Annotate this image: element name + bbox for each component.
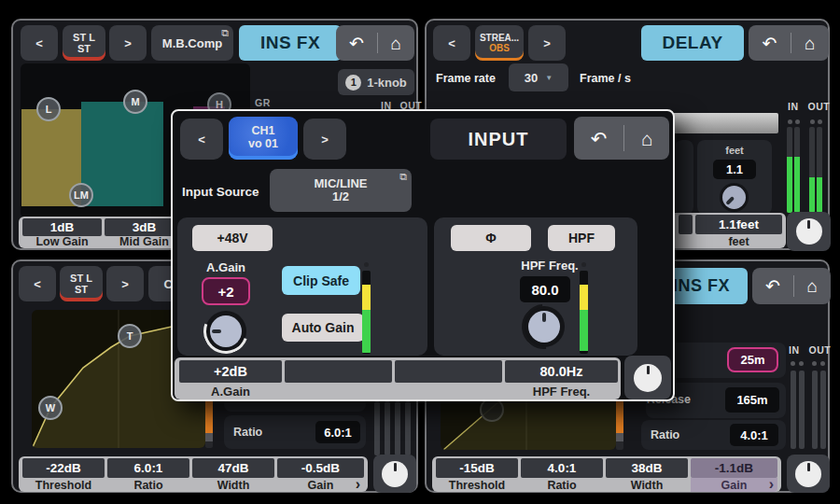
in-meter-r <box>794 127 800 213</box>
threshold-value[interactable]: -22dB <box>22 458 105 478</box>
input-dialog: < CH1 vo 01 > INPUT ↶ ⌂ Input Source MIC… <box>171 109 675 401</box>
delay-unit-box-partial <box>675 140 693 215</box>
more-params-chevron-icon[interactable]: › <box>769 476 774 493</box>
delay-value[interactable]: 1.1feet <box>695 215 782 234</box>
home-icon[interactable]: ⌂ <box>391 35 401 52</box>
next-channel-button[interactable]: > <box>106 266 144 301</box>
width-value[interactable]: 47dB <box>192 458 274 478</box>
more-params-chevron-icon[interactable]: › <box>356 476 360 493</box>
undo-icon[interactable]: ↶ <box>765 277 780 295</box>
meter-track <box>395 401 400 455</box>
mid-band[interactable] <box>81 102 163 206</box>
meter-peak-dot <box>795 119 800 124</box>
clip-safe-button[interactable]: Clip Safe <box>282 266 360 295</box>
in-out-labels: IN OUT <box>789 344 831 356</box>
input-source-button[interactable]: MIC/LINE 1/2 ⧉ <box>270 169 412 212</box>
prev-channel-button[interactable]: < <box>180 119 223 160</box>
gain-value-selected[interactable]: -1.1dB <box>691 458 777 478</box>
again-footer-value[interactable]: +2dB <box>179 360 282 383</box>
hpf-freq-value[interactable]: 80.0 <box>520 276 570 302</box>
again-value[interactable]: +2 <box>202 277 250 305</box>
channel-name-line1: CH1 <box>251 125 274 138</box>
meter-peak-dot <box>799 361 804 366</box>
phantom-48v-button[interactable]: +48V <box>192 225 273 251</box>
feet-knob[interactable] <box>720 183 749 212</box>
frame-rate-label: Frame rate <box>436 72 496 85</box>
knob-icon <box>796 218 822 245</box>
meter-peak-dot <box>810 119 815 124</box>
hpf-footer-value[interactable]: 80.0Hz <box>505 360 618 383</box>
auto-gain-button[interactable]: Auto Gain <box>282 314 364 342</box>
feet-value[interactable]: 1.1 <box>713 160 756 179</box>
gain-value[interactable]: -0.5dB <box>277 458 364 478</box>
divider <box>377 33 378 54</box>
frame-unit-label: Frame / s <box>580 72 631 85</box>
in-meter-track <box>799 371 805 449</box>
dialog-title: INPUT <box>430 119 567 160</box>
ratio-value[interactable]: 4.0:1 <box>521 458 603 478</box>
ratio-value[interactable]: 6.0:1 <box>107 458 189 478</box>
phase-hpf-section: Φ HPF HPF Freq. 80.0 <box>434 217 637 356</box>
home-icon[interactable]: ⌂ <box>805 35 815 52</box>
hpf-freq-knob[interactable] <box>524 306 565 347</box>
next-channel-button[interactable]: > <box>303 119 346 160</box>
ratio-row-value[interactable]: 4.0:1 <box>730 424 778 446</box>
undo-icon[interactable]: ↶ <box>349 35 364 52</box>
release-value[interactable]: 165m <box>725 387 779 413</box>
ratio-row-label: Ratio <box>233 426 262 439</box>
frame-rate-value: 30 <box>525 71 538 85</box>
undo-icon[interactable]: ↶ <box>762 35 777 52</box>
out-meter-track <box>812 371 818 449</box>
threshold-value[interactable]: -15dB <box>436 458 518 478</box>
undo-home-group: ↶ ⌂ <box>749 25 829 61</box>
ratio-row-value[interactable]: 6.0:1 <box>315 421 360 443</box>
phase-button[interactable]: Φ <box>451 225 531 251</box>
undo-home-group: ↶ ⌂ <box>336 25 414 61</box>
undo-icon[interactable]: ↶ <box>591 129 608 148</box>
threshold-handle[interactable]: T <box>118 324 142 348</box>
prev-channel-button[interactable]: < <box>433 25 470 61</box>
home-icon[interactable]: ⌂ <box>807 277 818 295</box>
next-channel-button[interactable]: > <box>109 25 147 61</box>
hpf-button[interactable]: HPF <box>548 225 615 251</box>
again-label: A.Gain <box>198 260 254 274</box>
width-value[interactable]: 38dB <box>606 458 688 478</box>
channel-select-button[interactable]: STREA... OBS <box>475 25 524 61</box>
gain-label-selected: Gain› <box>691 478 777 492</box>
touch-and-turn-knob-button[interactable] <box>787 455 830 493</box>
hpf-level-meter <box>580 271 588 354</box>
width-handle[interactable]: W <box>38 396 63 420</box>
knob-icon <box>382 461 408 487</box>
channel-select-button[interactable]: ST L ST <box>60 266 103 301</box>
touch-and-turn-knob-button[interactable] <box>787 212 831 251</box>
in-label: IN <box>789 344 800 356</box>
low-band-handle[interactable]: L <box>36 97 61 121</box>
prev-channel-button[interactable]: < <box>21 25 58 61</box>
meter-peak-dot <box>818 119 822 124</box>
gr-label: GR <box>255 97 271 108</box>
channel-select-button[interactable]: ST L ST <box>63 25 105 61</box>
next-channel-button[interactable]: > <box>528 25 566 61</box>
low-gain-value[interactable]: 1dB <box>22 218 102 236</box>
low-mid-crossover-handle[interactable]: LM <box>69 183 93 207</box>
out-meter-track <box>820 371 826 449</box>
frame-rate-dropdown[interactable]: 30 ▼ <box>509 63 568 91</box>
touch-and-turn-knob-button[interactable] <box>624 356 671 399</box>
meter-peak-dot <box>788 119 792 124</box>
ratio-row[interactable]: Ratio 4.0:1 <box>641 420 786 450</box>
channel-select-button[interactable]: CH1 vo 01 <box>229 117 298 160</box>
mid-band-handle[interactable]: M <box>123 90 147 114</box>
home-icon[interactable]: ⌂ <box>641 129 653 148</box>
feet-label: feet <box>697 145 772 156</box>
one-knob-button[interactable]: 1 1-knob <box>338 69 414 95</box>
fx-type-button[interactable]: M.B.Comp ⧉ <box>151 25 233 61</box>
in-out-labels: IN OUT <box>788 101 830 112</box>
prev-channel-button[interactable]: < <box>19 266 56 301</box>
touch-and-turn-knob-button[interactable] <box>373 455 416 493</box>
channel-name-line2: OBS <box>489 43 510 53</box>
ratio-row[interactable]: Ratio 6.0:1 <box>224 415 366 449</box>
divider <box>793 275 794 297</box>
attack-value[interactable]: 25m <box>727 347 778 372</box>
meter-peak-dot <box>364 262 369 267</box>
again-knob[interactable] <box>205 311 246 352</box>
